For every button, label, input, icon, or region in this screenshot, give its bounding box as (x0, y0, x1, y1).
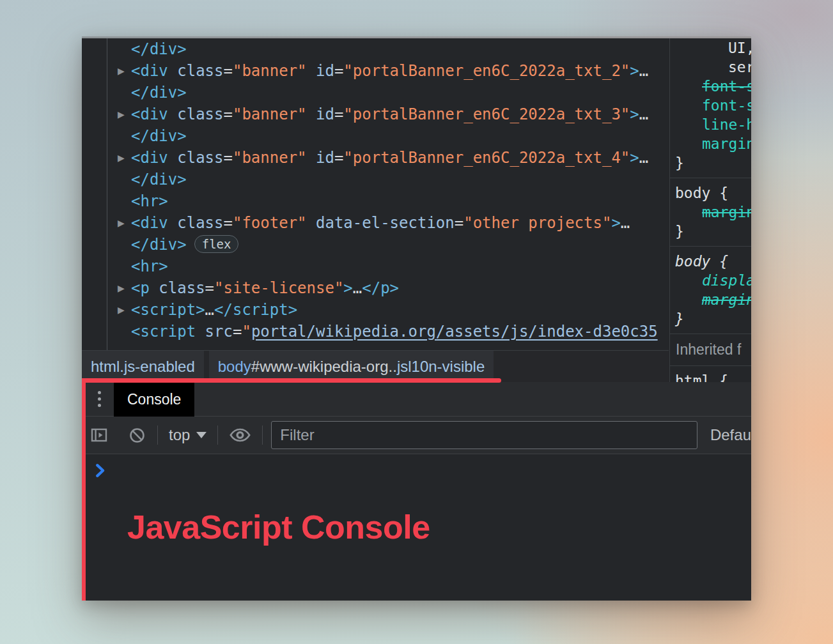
dom-tree-row[interactable]: </div> (82, 38, 669, 60)
code-token: class (177, 105, 223, 123)
code-token: … (639, 149, 648, 167)
code-token (196, 323, 205, 341)
console-drawer: Console top (82, 382, 751, 601)
toolbar-divider (157, 425, 158, 445)
dom-tree-row[interactable]: </div>flex (82, 234, 669, 256)
chevron-down-icon[interactable] (196, 432, 206, 438)
dom-tree-row[interactable]: <hr> (82, 256, 669, 277)
clear-console-icon[interactable] (128, 427, 146, 444)
code-token: " (242, 323, 251, 341)
code-token: class (177, 149, 223, 167)
dom-tree-row[interactable]: ▶<div class="banner" id="portalBanner_en… (82, 60, 669, 82)
code-token (307, 214, 316, 232)
expand-arrow-icon[interactable]: ▶ (118, 60, 129, 82)
code-token: </div> (131, 84, 187, 102)
breadcrumb-item[interactable]: body#www-wikipedia-org..jsl10n-visible (209, 351, 494, 382)
breadcrumb-token: html (91, 358, 120, 376)
window-top-edge (82, 36, 751, 38)
dom-tree-row[interactable]: ▶<div class="footer" data-el-section="ot… (82, 212, 669, 234)
dom-tree-row[interactable]: ▶<p class="site-license">…</p> (82, 277, 669, 299)
expand-arrow-icon[interactable]: ▶ (118, 299, 129, 321)
code-token: … (205, 301, 214, 319)
code-token: </div> (131, 236, 187, 254)
code-token: = (224, 214, 233, 232)
expand-arrow-icon[interactable]: ▶ (118, 277, 129, 299)
code-token: <hr> (131, 192, 168, 210)
code-token: > (611, 214, 620, 232)
elements-panel: </div>▶<div class="banner" id="portalBan… (82, 38, 669, 382)
css-line: margin (670, 290, 751, 309)
code-token: = (224, 105, 233, 123)
css-line: displa (670, 271, 751, 290)
css-line: body { (670, 252, 751, 271)
code-token: > (630, 149, 639, 167)
code-token: <script> (131, 301, 205, 319)
code-token: "banner" (233, 149, 307, 167)
dom-tree-row[interactable]: <script src="portal/wikipedia.org/assets… (82, 321, 669, 342)
code-token: <div (131, 62, 168, 80)
dom-tree-row[interactable]: ▶<div class="banner" id="portalBanner_en… (82, 103, 669, 125)
code-token: "portalBanner_en6C_2022a_txt_3" (343, 105, 630, 123)
code-token: data-el-section (316, 214, 455, 232)
css-line: font-s (670, 77, 751, 96)
annotation-line-vertical (82, 378, 86, 601)
flex-badge[interactable]: flex (194, 235, 239, 253)
code-token: > (630, 105, 639, 123)
expand-arrow-icon[interactable]: ▶ (118, 212, 129, 234)
code-token: = (334, 105, 343, 123)
dom-tree-row[interactable]: </div> (82, 82, 669, 103)
css-line: font-s (670, 96, 751, 115)
log-levels-dropdown[interactable]: Defau (710, 426, 751, 444)
tab-console[interactable]: Console (114, 382, 194, 417)
filter-input[interactable] (271, 421, 697, 449)
expand-arrow-icon[interactable]: ▶ (118, 147, 129, 169)
code-token: id (316, 105, 334, 123)
live-expression-icon[interactable] (230, 427, 251, 443)
code-token: class (177, 62, 223, 80)
dom-tree-row[interactable]: ▶<div class="banner" id="portalBanner_en… (82, 147, 669, 169)
dom-tree-row[interactable]: </div> (82, 169, 669, 190)
code-token: > (343, 279, 352, 297)
annotation-line-horizontal (82, 378, 501, 383)
code-token: = (224, 62, 233, 80)
css-rule[interactable]: body {displamargin} (670, 247, 751, 334)
css-line: html { (670, 371, 751, 382)
code-token (168, 62, 177, 80)
css-line: margin (670, 134, 751, 153)
css-line: } (670, 153, 751, 172)
show-console-sidebar-icon[interactable] (90, 426, 108, 444)
code-token: "banner" (233, 62, 307, 80)
console-content[interactable]: JavaScript Console (82, 454, 751, 599)
code-token: = (455, 214, 463, 232)
css-line: UI, (670, 38, 751, 57)
styles-panel: UI,serfont-sfont-sline-hmargin}body {mar… (669, 38, 751, 382)
code-token (168, 149, 177, 167)
breadcrumb-token: #www-wikipedia-org.. (251, 358, 397, 376)
code-token: "footer" (233, 214, 307, 232)
dom-tree-row[interactable]: ▶<script>…</script> (82, 299, 669, 321)
breadcrumb-token: .js-enabled (120, 358, 194, 376)
code-token: = (233, 323, 242, 341)
code-token: "portalBanner_en6C_2022a_txt_2" (343, 62, 630, 80)
css-rule[interactable]: body {margin} (670, 178, 751, 247)
css-line: ser (670, 57, 751, 77)
code-token: … (639, 62, 648, 80)
css-rule[interactable]: html { (670, 366, 751, 382)
expand-arrow-icon[interactable]: ▶ (118, 103, 129, 125)
dom-tree-row[interactable]: <hr> (82, 190, 669, 212)
code-token: = (224, 149, 233, 167)
breadcrumb-item[interactable]: html.js-enabled (82, 351, 204, 382)
code-token (168, 214, 177, 232)
code-token: <p (131, 279, 150, 297)
context-selector[interactable]: top (169, 426, 190, 444)
code-token: … (353, 279, 362, 297)
dom-tree-row[interactable]: </div> (82, 125, 669, 147)
code-token: > (630, 62, 639, 80)
code-token: </div> (131, 171, 187, 188)
code-token: src (205, 323, 233, 341)
code-token: … (639, 105, 648, 123)
more-options-icon[interactable] (98, 391, 101, 407)
code-token: <div (131, 149, 168, 167)
css-rule[interactable]: UI,serfont-sfont-sline-hmargin} (670, 38, 751, 178)
code-token: <hr> (131, 257, 168, 275)
